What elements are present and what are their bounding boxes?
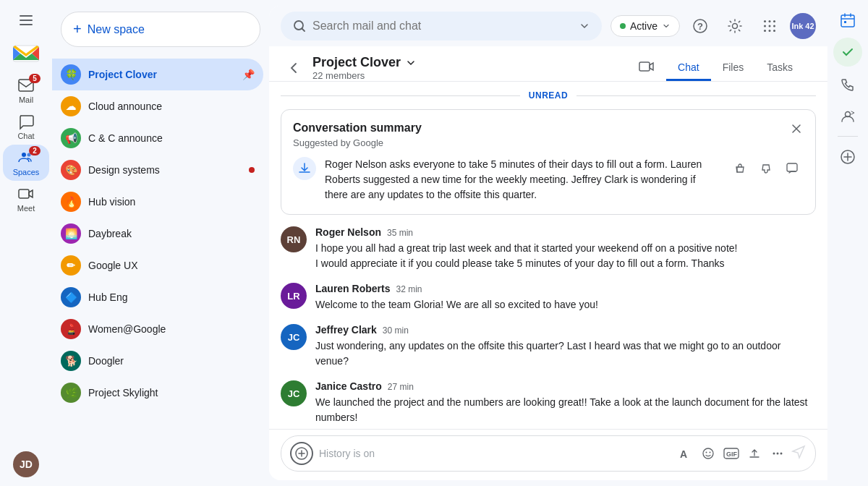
space-name: Doogler — [88, 355, 255, 367]
space-avatar: ✏ — [61, 255, 81, 276]
help-button[interactable]: ? — [686, 12, 715, 40]
more-apps-button[interactable] — [767, 443, 788, 464]
svg-rect-21 — [639, 62, 650, 71]
sidebar-item-design-systems[interactable]: 🎨 Design systems — [52, 154, 263, 186]
sidebar-item-project-skylight[interactable]: 🌿 Project Skylight — [52, 377, 263, 409]
svg-rect-22 — [787, 163, 797, 171]
svg-point-19 — [769, 30, 771, 32]
svg-point-5 — [22, 153, 26, 157]
svg-rect-2 — [20, 24, 33, 25]
upload-button[interactable] — [744, 443, 765, 464]
message-content: Janice Castro 27 min We launched the pro… — [315, 380, 816, 425]
emoji-button[interactable] — [698, 443, 718, 464]
nav-meet[interactable]: Meet — [0, 181, 52, 217]
message-sender: Janice Castro — [315, 380, 382, 392]
unread-label: UNREAD — [529, 90, 568, 101]
spaces-badge: 2 — [29, 146, 41, 155]
contacts-button[interactable] — [833, 101, 862, 130]
thumbs-down-button[interactable] — [754, 157, 778, 180]
chat-title-area: Project Clover 22 members — [312, 55, 633, 81]
right-sidebar-divider — [838, 136, 858, 137]
space-list: 🍀 Project Clover 📌 ☁ Cloud announce 📌 📢 … — [52, 59, 269, 409]
svg-point-20 — [773, 30, 775, 32]
main-panel: Active ? — [269, 6, 827, 480]
nav-chat[interactable]: Chat — [0, 108, 52, 145]
space-name: Google UX — [88, 260, 255, 271]
svg-point-32 — [780, 453, 783, 455]
message-text: I hope you all had a great trip last wee… — [315, 241, 816, 271]
menu-button[interactable] — [12, 6, 41, 35]
tab-chat[interactable]: Chat — [666, 56, 711, 81]
sidebar-item-doogler[interactable]: 🐕 Doogler — [52, 345, 263, 377]
settings-button[interactable] — [720, 12, 749, 40]
chat-tabs: Chat Files Tasks — [655, 56, 816, 81]
message-text: Welcome to the team Gloria! We are all s… — [315, 297, 816, 312]
space-avatar: 🐕 — [61, 351, 81, 371]
sidebar-item-google-ux[interactable]: ✏ Google UX — [52, 250, 263, 281]
back-button[interactable] — [281, 55, 307, 81]
svg-text:A: A — [680, 448, 687, 460]
sidebar-item-hub-vision[interactable]: 🔥 Hub vision — [52, 186, 263, 218]
new-space-button[interactable]: + New space — [61, 12, 260, 47]
search-input[interactable] — [312, 20, 573, 33]
thumbs-up-button[interactable] — [728, 157, 752, 180]
sidebar-item-cloud-announce[interactable]: ☁ Cloud announce 📌 — [52, 90, 263, 122]
video-call-button[interactable] — [639, 59, 655, 78]
user-avatar-bottom[interactable]: JD — [13, 451, 39, 477]
search-icon — [292, 19, 307, 33]
input-icon-row: A GIF — [675, 443, 807, 464]
svg-point-15 — [764, 25, 766, 27]
summary-text: Roger Nelson asks everyone to take 5 min… — [325, 157, 711, 202]
sidebar-item-project-clover[interactable]: 🍀 Project Clover 📌 — [52, 59, 263, 90]
add-attachment-button[interactable] — [290, 442, 313, 465]
svg-point-27 — [710, 452, 711, 453]
meet-label: Meet — [17, 204, 35, 213]
search-bar[interactable] — [281, 12, 602, 40]
summary-title: Conversation summary — [293, 122, 804, 135]
tasks-button[interactable] — [833, 38, 862, 67]
nav-spaces[interactable]: Spaces 2 — [3, 145, 49, 181]
sidebar-item-women-google[interactable]: 💄 Women@Google — [52, 313, 263, 345]
sidebar-item-c-and-c[interactable]: 📢 C & C announce 📌 — [52, 122, 263, 154]
title-dropdown-icon — [405, 57, 417, 69]
meet-call-button[interactable] — [833, 69, 862, 98]
comment-button[interactable] — [780, 157, 804, 180]
add-apps-button[interactable] — [833, 142, 862, 171]
spaces-sidebar: + New space 🍀 Project Clover 📌 ☁ Cloud a… — [52, 0, 269, 486]
tab-files[interactable]: Files — [711, 56, 756, 81]
user-avatar-top[interactable]: Ink 42 — [790, 13, 816, 39]
pin-icon: 📌 — [242, 69, 255, 80]
message-header: Janice Castro 27 min — [315, 380, 816, 392]
sidebar-item-hub-eng[interactable]: 🔷 Hub Eng — [52, 281, 263, 313]
chat-title-row[interactable]: Project Clover — [312, 55, 633, 70]
message-item: JC Jeffrey Clark 30 min Just wondering, … — [281, 324, 816, 369]
svg-rect-1 — [20, 20, 33, 21]
summary-subtitle: Suggested by Google — [293, 137, 804, 148]
apps-button[interactable] — [755, 12, 784, 40]
summary-actions — [728, 157, 804, 180]
space-name: Hub vision — [88, 196, 255, 208]
message-text: Just wondering, any updates on the offsi… — [315, 338, 816, 369]
sidebar-item-daybreak[interactable]: 🌅 Daybreak — [52, 218, 263, 250]
gmail-logo[interactable] — [10, 38, 42, 72]
status-button[interactable]: Active — [610, 15, 680, 37]
mail-badge: 5 — [29, 74, 41, 83]
text-format-button[interactable]: A — [675, 443, 695, 464]
nav-mail[interactable]: Mail 5 — [0, 72, 52, 108]
gif-button[interactable]: GIF — [721, 443, 741, 464]
svg-point-30 — [773, 453, 775, 455]
summary-close-button[interactable] — [786, 119, 807, 139]
summary-body: Roger Nelson asks everyone to take 5 min… — [293, 157, 804, 202]
spaces-label: Spaces — [13, 168, 40, 176]
message-content: Jeffrey Clark 30 min Just wondering, any… — [315, 324, 816, 369]
search-dropdown-arrow[interactable] — [579, 20, 590, 32]
tab-tasks[interactable]: Tasks — [755, 56, 804, 81]
chat-label: Chat — [17, 132, 34, 140]
message-header: Lauren Roberts 32 min — [315, 283, 816, 294]
send-button[interactable] — [791, 443, 807, 464]
status-label: Active — [630, 20, 658, 32]
calendar-button[interactable] — [833, 6, 862, 35]
members-count: 22 members — [312, 70, 633, 81]
svg-rect-33 — [841, 15, 854, 27]
message-header: Roger Nelson 35 min — [315, 226, 816, 238]
